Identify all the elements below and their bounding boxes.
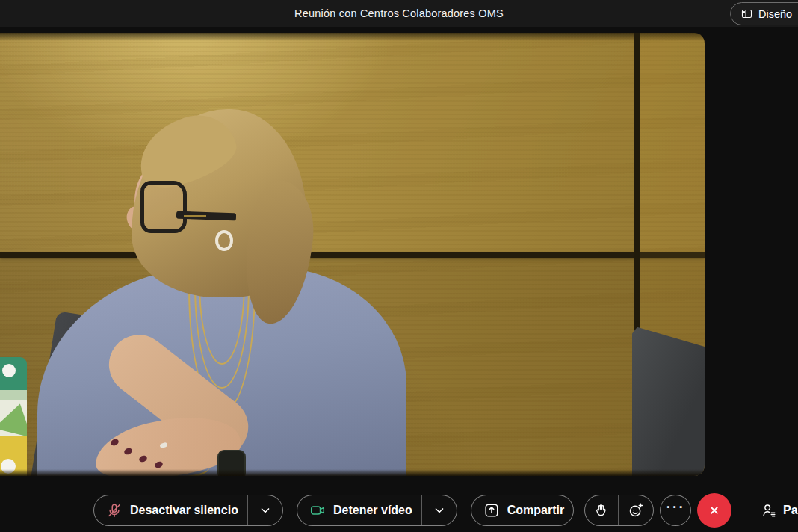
top-bar: Reunión con Centros Colaboradores OMS Di… <box>0 0 798 27</box>
video-button-group: Detener vídeo <box>297 495 457 526</box>
share-button[interactable]: Compartir <box>471 495 573 525</box>
chevron-down-icon <box>258 503 273 518</box>
more-options-button[interactable]: ··· <box>660 495 691 526</box>
control-bar: Desactivar silencio Detener vídeo <box>0 492 798 528</box>
participants-button[interactable]: Par <box>756 492 798 528</box>
brochure-triangle <box>0 399 27 437</box>
close-x-icon <box>707 503 722 518</box>
layout-panels-icon <box>740 7 753 20</box>
layout-button-label: Diseño <box>758 8 792 20</box>
reactions-button[interactable] <box>619 495 653 525</box>
table-edge <box>0 469 705 476</box>
share-button-label: Compartir <box>507 504 564 517</box>
stop-video-button[interactable]: Detener vídeo <box>297 495 421 525</box>
mic-off-icon <box>106 502 123 519</box>
glasses-lens <box>140 181 187 233</box>
mute-button-group: Desactivar silencio <box>93 495 283 526</box>
brochure-cover <box>0 357 27 476</box>
unmute-button[interactable]: Desactivar silencio <box>94 495 247 525</box>
raise-hand-icon <box>594 503 609 518</box>
video-options-chevron[interactable] <box>422 495 457 525</box>
smiley-plus-icon <box>628 502 644 519</box>
camera-icon <box>309 502 326 519</box>
wall-seam-horizontal <box>0 252 705 258</box>
chevron-down-icon <box>432 503 447 518</box>
reactions-group <box>584 495 654 526</box>
video-tile <box>0 33 705 476</box>
meeting-title: Reunión con Centros Colaboradores OMS <box>294 7 504 19</box>
leave-meeting-button[interactable] <box>697 493 732 528</box>
stop-video-button-label: Detener vídeo <box>333 504 412 517</box>
hoop-earring <box>215 230 233 251</box>
glasses-gold-detail <box>184 215 206 217</box>
share-button-group: Compartir <box>471 495 574 526</box>
unmute-button-label: Desactivar silencio <box>130 504 238 517</box>
share-up-arrow-icon <box>483 502 500 519</box>
ellipsis-icon: ··· <box>666 504 685 517</box>
raise-hand-button[interactable] <box>585 495 618 525</box>
audio-options-chevron[interactable] <box>248 495 282 525</box>
participants-icon <box>761 502 777 519</box>
brochure-circle-top <box>2 364 16 377</box>
meeting-window: Reunión con Centros Colaboradores OMS Di… <box>0 0 798 532</box>
participants-label: Par <box>783 504 798 517</box>
layout-button[interactable]: Diseño <box>730 2 798 25</box>
